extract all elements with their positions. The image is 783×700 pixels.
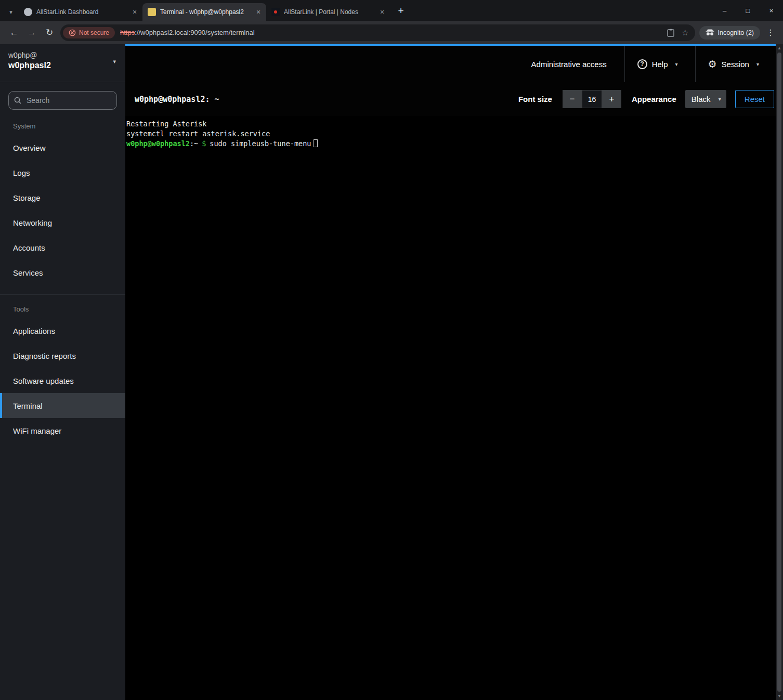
terminal-toolbar: w0php@w0phpasl2: ~ Font size − + Appeara… (125, 82, 783, 116)
sidebar-item-wifi-manager[interactable]: WiFi manager (0, 418, 125, 443)
main-content: Administrative access ? Help ▾ ⚙ Session… (125, 44, 783, 700)
font-size-decrease-button[interactable]: − (563, 90, 582, 108)
search-icon (14, 96, 22, 105)
chevron-down-icon: ▾ (719, 96, 721, 102)
host-switcher[interactable]: w0php@ w0phpasl2 ▾ (0, 44, 125, 82)
tab-allstarlink-portal[interactable]: AllStarLink | Portal | Nodes × (266, 3, 390, 21)
font-size-stepper: − + (563, 90, 621, 108)
scroll-up-icon[interactable]: ▲ (776, 44, 783, 52)
maximize-button[interactable]: □ (736, 0, 760, 21)
star-icon[interactable]: ☆ (682, 28, 688, 37)
session-label: Session (722, 60, 749, 69)
tab-close-icon[interactable]: × (377, 7, 387, 17)
tab-strip: ▾ AllStarLink Dashboard × Terminal - w0p… (0, 0, 783, 21)
address-bar[interactable]: Not secure https://w0phpasl2.local:9090/… (60, 24, 695, 41)
tab-title: AllStarLink | Portal | Nodes (284, 8, 373, 16)
sidebar-item-terminal[interactable]: Terminal (0, 393, 125, 418)
cockpit-app: w0php@ w0phpasl2 ▾ System Overview Logs … (0, 44, 783, 700)
omnibox-actions: ☆ (667, 28, 688, 37)
session-menu[interactable]: ⚙ Session ▾ (695, 46, 783, 82)
appearance-select[interactable]: Black ▾ (685, 90, 726, 108)
sidebar-item-networking[interactable]: Networking (0, 210, 125, 235)
appearance-label: Appearance (632, 95, 676, 103)
terminal-output-line: systemctl restart asterisk.service (126, 129, 783, 139)
host-name: w0phpasl2 (8, 61, 117, 70)
window-controls: – □ × (713, 0, 783, 21)
scrollbar-thumb[interactable] (777, 53, 781, 692)
sidebar-item-applications[interactable]: Applications (0, 318, 125, 343)
plus-icon: + (398, 5, 403, 17)
sidebar-item-accounts[interactable]: Accounts (0, 235, 125, 260)
url-rest: ://w0phpasl2.local:9090/system/terminal (135, 29, 255, 36)
tab-allstarlink-dashboard[interactable]: AllStarLink Dashboard × (19, 3, 142, 21)
sidebar-item-logs[interactable]: Logs (0, 160, 125, 185)
sidebar-item-diagnostic-reports[interactable]: Diagnostic reports (0, 343, 125, 368)
tab-favicon (24, 8, 32, 16)
chevron-down-icon: ▾ (113, 58, 116, 65)
tab-close-icon[interactable]: × (254, 7, 263, 17)
help-label: Help (652, 60, 668, 69)
terminal-controls: Font size − + Appearance Black ▾ Reset (518, 90, 774, 108)
font-size-label: Font size (518, 95, 552, 103)
prompt-dollar: $ (202, 139, 206, 148)
tab-close-icon[interactable]: × (130, 7, 139, 17)
font-size-value[interactable] (582, 90, 602, 108)
font-size-increase-button[interactable]: + (602, 90, 621, 108)
search-input[interactable] (8, 91, 117, 110)
prompt-user-host: w0php@w0phpasl2 (126, 139, 190, 148)
minimize-button[interactable]: – (713, 0, 736, 21)
new-tab-button[interactable]: + (393, 3, 409, 19)
administrative-access-label[interactable]: Administrative access (517, 46, 624, 82)
sidebar-item-services[interactable]: Services (0, 260, 125, 285)
not-secure-icon (69, 29, 76, 36)
tab-favicon (148, 8, 156, 16)
masthead-right: Administrative access ? Help ▾ ⚙ Session… (517, 46, 783, 82)
nav-section-tools: Tools Applications Diagnostic reports So… (0, 294, 125, 443)
gear-icon: ⚙ (708, 58, 717, 70)
host-user: w0php@ (8, 51, 117, 59)
terminal-cursor (314, 139, 318, 147)
tab-search-button[interactable]: ▾ (3, 3, 19, 21)
sidebar-item-software-updates[interactable]: Software updates (0, 368, 125, 393)
appearance-value: Black (691, 95, 711, 103)
reset-button[interactable]: Reset (735, 90, 774, 108)
terminal-prompt-line: w0php@w0phpasl2:~$sudo simpleusb-tune-me… (126, 139, 783, 149)
nav-section-system: System Overview Logs Storage Networking … (0, 112, 125, 285)
incognito-badge[interactable]: Incognito (2) (699, 26, 760, 40)
back-button[interactable]: ← (5, 24, 23, 42)
forward-button[interactable]: → (23, 24, 41, 42)
page-scrollbar[interactable]: ▲ ▼ (776, 44, 783, 700)
sidebar-item-overview[interactable]: Overview (0, 135, 125, 160)
clipboard-icon[interactable] (667, 29, 674, 37)
terminal-screen[interactable]: Restarting Asterisk systemctl restart as… (125, 116, 783, 700)
prompt-path: :~ (190, 139, 198, 148)
browser-chrome: ▾ AllStarLink Dashboard × Terminal - w0p… (0, 0, 783, 44)
not-secure-label: Not secure (79, 29, 109, 36)
url-scheme: https (120, 29, 135, 36)
sidebar-search (8, 91, 117, 110)
chevron-down-icon: ▾ (756, 61, 759, 67)
help-icon: ? (637, 59, 647, 69)
terminal-command: sudo simpleusb-tune-menu (210, 139, 311, 148)
masthead: Administrative access ? Help ▾ ⚙ Session… (125, 44, 783, 82)
chevron-down-icon: ▾ (9, 9, 12, 16)
incognito-label: Incognito (2) (718, 29, 754, 36)
help-menu[interactable]: ? Help ▾ (624, 46, 695, 82)
incognito-icon (706, 29, 714, 36)
sidebar: w0php@ w0phpasl2 ▾ System Overview Logs … (0, 44, 125, 700)
section-label-system: System (0, 112, 125, 135)
scroll-down-icon[interactable]: ▼ (776, 692, 783, 700)
terminal-output-line: Restarting Asterisk (126, 119, 783, 129)
url-text: https://w0phpasl2.local:9090/system/term… (120, 29, 255, 36)
close-window-button[interactable]: × (760, 0, 783, 21)
chevron-down-icon: ▾ (675, 61, 678, 67)
section-label-tools: Tools (0, 295, 125, 318)
terminal-title: w0php@w0phpasl2: ~ (135, 95, 219, 104)
tab-favicon (271, 8, 280, 16)
reload-button[interactable]: ↻ (41, 24, 58, 42)
browser-menu-button[interactable]: ⋮ (763, 24, 778, 42)
tab-title: Terminal - w0php@w0phpasl2 (160, 8, 250, 16)
not-secure-badge[interactable]: Not secure (63, 27, 115, 38)
tab-terminal[interactable]: Terminal - w0php@w0phpasl2 × (142, 3, 266, 21)
sidebar-item-storage[interactable]: Storage (0, 185, 125, 210)
